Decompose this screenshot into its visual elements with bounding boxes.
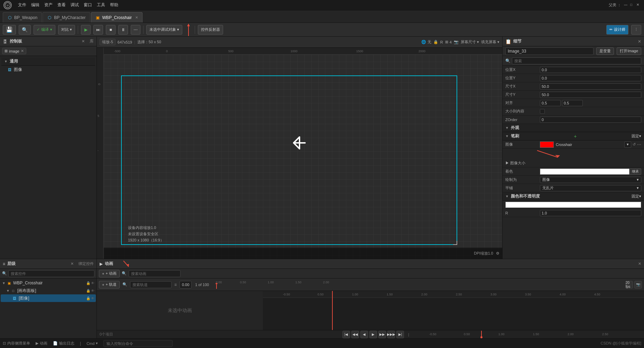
ue-logo[interactable]: U (3, 0, 12, 10)
transport-play[interactable]: ▶ (369, 331, 377, 338)
palette-section-general[interactable]: ▼ 通用 (1, 57, 95, 66)
bind-control-button[interactable]: 绑定控件 (79, 261, 94, 266)
prop-input-r[interactable] (540, 210, 641, 216)
extra-button[interactable]: ⋮ (631, 25, 641, 35)
close-button[interactable]: ✕ (636, 3, 641, 8)
tint-inherit-button[interactable]: 继承 (629, 168, 641, 175)
menu-tools[interactable]: 工具 (97, 2, 105, 8)
anim-close-button[interactable]: ✕ (638, 262, 641, 266)
details-name-input[interactable] (505, 47, 594, 55)
image-color-swatch[interactable] (540, 141, 554, 148)
menu-view[interactable]: 查看 (57, 2, 66, 8)
canvas-screen-btn[interactable]: 屏幕尺寸 ▾ (461, 39, 479, 45)
filter-close-icon[interactable]: ✕ (21, 49, 24, 53)
tint-swatch[interactable] (540, 168, 629, 175)
step-button[interactable]: ⏭ (93, 25, 103, 35)
transport-next[interactable]: ▶▶ (378, 331, 386, 338)
draw-as-dropdown[interactable]: 图像 ▾ (540, 177, 641, 183)
tab-wbp-crosshair[interactable]: ▣ WBP_Crosshair ✕ (91, 12, 142, 22)
tab-bp-mycharacter[interactable]: ⬡ BP_MyCharacter (43, 12, 90, 22)
canvas-r-btn[interactable]: R (440, 40, 443, 44)
menu-edit[interactable]: 编辑 (31, 2, 39, 8)
stop-button[interactable]: ■ (106, 25, 116, 35)
color-gradient-bar[interactable] (505, 202, 641, 208)
prop-input-align-x[interactable] (540, 100, 561, 106)
layer-vis-canvas[interactable]: 👁 (91, 289, 94, 293)
zoom-badge[interactable]: 缩放-5 (100, 39, 116, 45)
palette-close-button[interactable]: ✕ (82, 39, 85, 44)
minimize-button[interactable]: — (624, 3, 629, 8)
image-dropdown[interactable]: ▾ (624, 141, 631, 148)
open-image-button[interactable]: 打开Image (617, 47, 641, 55)
status-output-log[interactable]: 📄 输出日志 (53, 341, 74, 346)
prop-input-pos-y[interactable] (540, 75, 641, 81)
layer-lock-root[interactable]: 🔒 (86, 281, 90, 285)
layer-lock-image[interactable]: 🔒 (86, 296, 90, 300)
track-filter-icon[interactable]: ≡ (174, 282, 177, 287)
pause-button[interactable]: ⏸ (118, 25, 128, 35)
canvas-fill-btn[interactable]: 填充屏幕 ▾ (481, 39, 499, 45)
layer-lock-canvas[interactable]: 🔒 (86, 289, 90, 293)
filter-button[interactable]: ⊞ image ✕ (2, 48, 26, 54)
debug-target[interactable]: 未选中调试对象 ▾ (146, 25, 182, 35)
settings-icon[interactable]: ⚙ (496, 251, 499, 256)
details-close-button[interactable]: ✕ (638, 39, 641, 44)
design-button[interactable]: ✏ 设计师 (606, 25, 628, 35)
status-cmd[interactable]: Cmd ▾ (86, 341, 98, 346)
more-button[interactable]: ⋯ (131, 25, 140, 35)
canvas-globe-btn[interactable]: 🌐 无 (421, 39, 431, 45)
transport-end[interactable]: ▶| (396, 331, 404, 338)
compile-button[interactable]: ✓ 编译 ▾ (34, 25, 55, 35)
track-search-input[interactable] (130, 281, 172, 288)
tiling-dropdown[interactable]: 无乱片 ▾ (540, 185, 641, 191)
maximize-button[interactable]: □ (630, 3, 635, 8)
prop-input-zorder[interactable] (540, 117, 641, 123)
camera-transport-button[interactable]: 📷 (634, 281, 642, 289)
canvas-camera-btn[interactable]: 📷 (454, 40, 459, 44)
menu-assets[interactable]: 资产 (44, 2, 53, 8)
layers-close-button[interactable]: ✕ (71, 262, 74, 266)
menu-debug[interactable]: 调试 (71, 2, 79, 8)
menu-file[interactable]: 文件 (18, 2, 26, 8)
play-button[interactable]: ▶ (81, 25, 91, 35)
layer-item-image[interactable]: 🖼 [图像] 🔒 👁 (1, 294, 96, 302)
tab-close-button[interactable]: ✕ (135, 16, 138, 19)
prop-checkbox-size-content[interactable] (540, 109, 545, 114)
transport-prev-frame[interactable]: ◀◀ (351, 331, 359, 338)
color-fixed-btn[interactable]: 固定▾ (632, 194, 641, 199)
layer-vis-image[interactable]: 👁 (91, 296, 94, 300)
tab-bp-weapon[interactable]: ⬡ BP_Weapon (3, 12, 42, 22)
transport-next-frame[interactable]: ▶▶▶ (387, 331, 395, 338)
prop-input-pos-x[interactable] (540, 67, 641, 73)
prop-input-size-y[interactable] (540, 92, 641, 98)
fps-selector[interactable]: 20 fps (625, 281, 633, 289)
is-variable-button[interactable]: 是变量 (596, 47, 614, 55)
layers-search-input[interactable] (8, 270, 94, 277)
menu-help[interactable]: 帮助 (110, 2, 118, 8)
layer-item-canvas[interactable]: ▼ □ [画布面板] 🔒 👁 (1, 287, 96, 294)
resize-handle[interactable] (453, 241, 457, 245)
find-button[interactable]: 🔍 (19, 25, 31, 35)
prop-input-align-y[interactable] (562, 100, 583, 106)
canvas-view[interactable]: -500 0 500 1000 1500 2000 0 5 - (97, 48, 502, 259)
section-appearance[interactable]: ▼ 外观 (503, 124, 644, 132)
prop-input-size-x[interactable] (540, 83, 641, 90)
layer-vis-root[interactable]: 👁 (91, 281, 94, 285)
section-brush[interactable]: ▼ 笔刷 + 固定▾ (503, 132, 644, 140)
status-content-browser[interactable]: ⊡ 内容侧滑菜单 (3, 341, 30, 346)
palette-item-image[interactable]: 🖼 图像 (1, 66, 95, 73)
canvas-lock-btn[interactable]: 🔒 (433, 40, 438, 44)
details-search-input[interactable] (512, 57, 641, 64)
add-track-button[interactable]: + + 轨道 (99, 281, 120, 289)
cmd-input[interactable] (103, 340, 173, 347)
anim-search-input[interactable] (129, 270, 181, 277)
canvas-grid-btn[interactable]: ⊞ 4 (445, 40, 452, 44)
save-button[interactable]: 💾 (3, 25, 16, 35)
section-color-opacity[interactable]: ▼ 颜色和不透明度 固定▾ (503, 192, 644, 201)
transport-prev[interactable]: ◀ (360, 331, 368, 338)
brush-fixed-btn[interactable]: 固定▾ (632, 134, 641, 139)
image-reset-icon[interactable]: ↺ (633, 142, 636, 147)
status-animation[interactable]: ▶ 动画 (36, 341, 47, 346)
transport-start[interactable]: |◀ (342, 331, 350, 338)
brush-add-button[interactable]: + (574, 134, 577, 139)
